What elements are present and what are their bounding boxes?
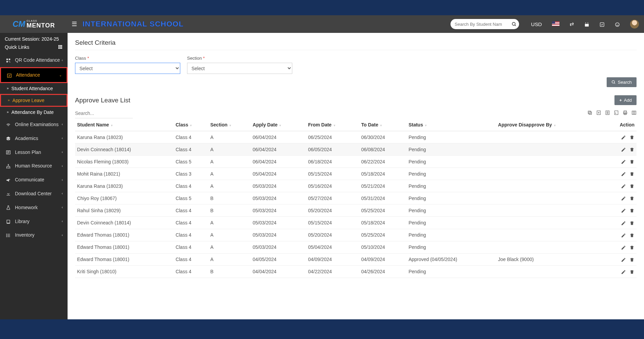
pdf-icon[interactable] (613, 110, 619, 115)
check-cal-icon (6, 72, 13, 78)
delete-icon[interactable] (629, 183, 634, 188)
col-class[interactable]: Class ▾ (173, 119, 208, 131)
col-approve-disapprove-by[interactable]: Approve Disapprove By ▾ (496, 119, 601, 131)
edit-icon[interactable] (621, 220, 626, 225)
svg-rect-20 (8, 167, 9, 168)
search-icon[interactable] (512, 21, 517, 27)
nav-attendance[interactable]: Attendance⌄ (0, 67, 68, 83)
currency-label[interactable]: USD (531, 21, 542, 27)
delete-icon[interactable] (629, 245, 634, 250)
main-content: Select Criteria Class * Select Section *… (68, 33, 644, 319)
svg-point-32 (612, 81, 614, 83)
edit-icon[interactable] (621, 147, 626, 152)
col-to-date[interactable]: To Date ▾ (359, 119, 406, 131)
svg-point-31 (6, 236, 6, 237)
delete-icon[interactable] (629, 233, 634, 238)
svg-rect-3 (585, 23, 589, 24)
language-flag-icon[interactable] (552, 21, 559, 27)
table-search-input[interactable] (75, 108, 133, 118)
quick-links[interactable]: Quick Links (0, 43, 68, 53)
excel-icon[interactable] (596, 110, 601, 115)
col-student-name[interactable]: Student Name ▾ (75, 119, 173, 131)
chevron-icon: ‹ (62, 150, 63, 154)
search-button[interactable]: Search (607, 77, 637, 87)
book-icon (5, 218, 12, 224)
chevron-right-icon: » (7, 86, 9, 90)
edit-icon[interactable] (621, 159, 626, 164)
copy-icon[interactable] (587, 110, 593, 115)
user-avatar[interactable] (630, 20, 639, 28)
edit-icon[interactable] (621, 171, 626, 176)
svg-rect-19 (6, 167, 7, 168)
col-from-date[interactable]: From Date ▾ (306, 119, 359, 131)
nav-homework[interactable]: Homework‹ (0, 200, 68, 214)
add-button[interactable]: + Add (614, 95, 637, 105)
table-row: Rahul Sinha (18029)Class 4B05/03/202405/… (75, 204, 637, 217)
nav-qr-code-attendance[interactable]: QR Code Attendance‹ (0, 53, 68, 67)
section-label: Section * (187, 56, 292, 61)
class-select[interactable]: Select (75, 63, 180, 74)
logo[interactable]: CM CLASSMENTOR (0, 15, 68, 33)
table-row: Mohit Raina (18021)Class 3A05/04/202405/… (75, 168, 637, 180)
svg-rect-34 (589, 112, 592, 115)
delete-icon[interactable] (629, 220, 634, 225)
table-row: Karuna Rana (18023)Class 4A06/04/202406/… (75, 131, 637, 143)
delete-icon[interactable] (629, 269, 634, 274)
edit-icon[interactable] (621, 208, 626, 213)
table-row: Kriti Singh (18010)Class 4B04/04/202404/… (75, 265, 637, 278)
whatsapp-icon[interactable] (615, 21, 620, 27)
nav-lesson-plan[interactable]: Lesson Plan‹ (0, 145, 68, 159)
table-row: Nicolas Fleming (18003)Class 5A06/04/202… (75, 156, 637, 168)
delete-icon[interactable] (629, 135, 634, 140)
calendar-icon[interactable] (584, 21, 589, 27)
nav-academics[interactable]: Academics‹ (0, 131, 68, 145)
nav-download-center[interactable]: Download Center‹ (0, 187, 68, 201)
nav-communicate[interactable]: Communicate‹ (0, 173, 68, 187)
list-title: Approve Leave List (75, 97, 130, 104)
delete-icon[interactable] (629, 208, 634, 213)
delete-icon[interactable] (629, 196, 634, 201)
grid-icon[interactable] (58, 45, 63, 49)
chevron-icon: ‹ (62, 178, 63, 182)
nav-sub-student-attendance[interactable]: »Student Attendance (0, 83, 68, 94)
edit-icon[interactable] (621, 269, 626, 274)
col-status[interactable]: Status ▾ (406, 119, 496, 131)
nav-online-examinations[interactable]: Online Examinations‹ (0, 118, 68, 132)
student-search[interactable] (450, 19, 519, 29)
current-session: Current Session: 2024-25 (0, 33, 68, 43)
columns-icon[interactable] (631, 110, 637, 115)
edit-icon[interactable] (621, 257, 626, 262)
list-icon (5, 232, 12, 238)
student-search-input[interactable] (455, 22, 512, 27)
table-row: Edward Thomas (18001)Class 4A05/03/20240… (75, 241, 637, 253)
chevron-icon: ⌄ (59, 73, 62, 77)
table-row: Devin Coinneach (18014)Class 4A06/04/202… (75, 143, 637, 156)
svg-rect-8 (6, 59, 7, 60)
class-label: Class * (75, 56, 180, 61)
col-section[interactable]: Section ▾ (208, 119, 251, 131)
task-check-icon[interactable] (600, 21, 605, 27)
swap-icon[interactable]: ⇄ (570, 21, 574, 27)
edit-icon[interactable] (621, 245, 626, 250)
edit-icon[interactable] (621, 196, 626, 201)
hamburger-icon[interactable]: ☰ (68, 20, 81, 28)
edit-icon[interactable] (621, 183, 626, 188)
nav-sub-attendance-by-date[interactable]: »Attendance By Date (0, 107, 68, 118)
csv-icon[interactable] (605, 110, 610, 115)
section-select[interactable]: Select (187, 63, 292, 74)
nav-inventory[interactable]: Inventory‹ (0, 228, 68, 242)
nav-sub-approve-leave[interactable]: »Approve Leave (0, 94, 68, 107)
delete-icon[interactable] (629, 159, 634, 164)
print-icon[interactable] (622, 110, 628, 115)
col-action[interactable]: Action (601, 119, 637, 131)
delete-icon[interactable] (629, 147, 634, 152)
col-apply-date[interactable]: Apply Date ▾ (251, 119, 306, 131)
nav-human-resource[interactable]: Human Resource‹ (0, 159, 68, 173)
criteria-title: Select Criteria (75, 39, 637, 50)
delete-icon[interactable] (629, 171, 634, 176)
delete-icon[interactable] (629, 257, 634, 262)
edit-icon[interactable] (621, 135, 626, 140)
edit-icon[interactable] (621, 233, 626, 238)
nav-library[interactable]: Library‹ (0, 214, 68, 228)
svg-rect-12 (10, 62, 10, 62)
